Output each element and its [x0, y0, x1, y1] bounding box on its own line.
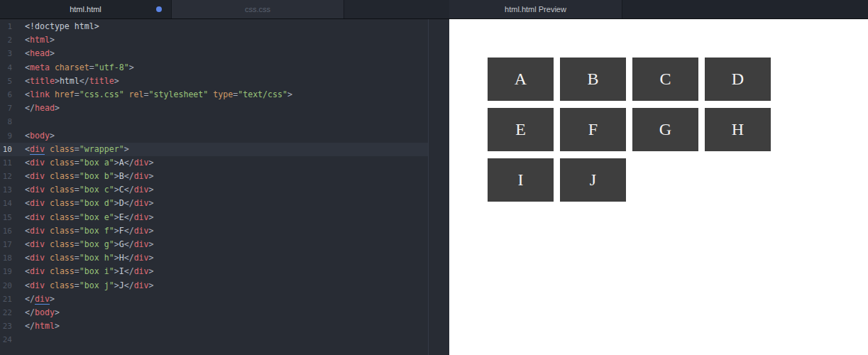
modified-indicator-icon	[156, 6, 162, 12]
tab-html-preview[interactable]: html.html Preview	[449, 0, 622, 18]
line-number: 16	[0, 224, 12, 238]
code-line-22[interactable]: 22</body>	[0, 306, 428, 320]
code-line-15[interactable]: 15<div class="box e">E</div>	[0, 211, 428, 224]
preview-box-a: A	[488, 58, 554, 101]
code-text: <div class="box f">F</div>	[12, 224, 154, 238]
preview-box-d: D	[705, 58, 771, 101]
line-number: 23	[0, 320, 12, 333]
tab-label: css.css	[245, 5, 270, 13]
code-line-1[interactable]: 1<!doctype html>	[0, 20, 428, 33]
code-text: <div class="box a">A</div>	[12, 156, 154, 170]
tab-css-css[interactable]: css.css	[172, 0, 344, 18]
line-number: 2	[0, 33, 12, 47]
code-text: <div class="box i">I</div>	[12, 265, 154, 278]
line-number: 18	[0, 251, 12, 265]
preview-box-e: E	[488, 108, 554, 151]
code-text: <div class="box d">D</div>	[12, 197, 154, 210]
code-line-8[interactable]: 8	[0, 115, 428, 129]
line-number: 11	[0, 156, 12, 170]
line-number: 13	[0, 183, 12, 197]
line-number: 14	[0, 197, 12, 210]
code-line-2[interactable]: 2<html>	[0, 33, 428, 47]
code-text: <link href="css.css" rel="stylesheet" ty…	[12, 88, 292, 102]
code-text: <div class="box h">H</div>	[12, 251, 154, 265]
code-line-23[interactable]: 23</html>	[0, 320, 428, 333]
code-line-9[interactable]: 9<body>	[0, 129, 428, 143]
tab-bar: html.html css.css html.html Preview	[0, 0, 868, 19]
line-number: 19	[0, 265, 12, 278]
code-text	[12, 115, 25, 129]
line-number: 20	[0, 279, 12, 293]
code-line-24[interactable]: 24	[0, 333, 428, 346]
tab-bar-spacer	[344, 0, 449, 18]
code-text: <div class="box j">J</div>	[12, 279, 154, 293]
app-window: html.html css.css html.html Preview 1<!d…	[0, 0, 868, 355]
line-number: 10	[0, 143, 12, 156]
preview-box-h: H	[705, 108, 771, 151]
code-text: <div class="box g">G</div>	[12, 238, 154, 251]
code-lines: 1<!doctype html>2<html>3<head>4<meta cha…	[0, 19, 428, 347]
code-line-13[interactable]: 13<div class="box c">C</div>	[0, 183, 428, 197]
code-text: <meta charset="utf-8">	[12, 61, 134, 75]
code-text	[12, 333, 25, 346]
code-line-11[interactable]: 11<div class="box a">A</div>	[0, 156, 428, 170]
line-number: 7	[0, 102, 12, 115]
code-text: <title>html</title>	[12, 75, 119, 88]
preview-box-j: J	[560, 158, 626, 202]
tab-label: html.html Preview	[505, 5, 566, 13]
code-line-10[interactable]: 10<div class="wrapper">	[0, 143, 428, 156]
code-line-20[interactable]: 20<div class="box j">J</div>	[0, 279, 428, 293]
line-number: 5	[0, 75, 12, 88]
preview-box-g: G	[632, 108, 698, 151]
code-text: <!doctype html>	[12, 20, 99, 33]
line-number: 3	[0, 47, 12, 60]
line-number: 12	[0, 170, 12, 183]
code-line-7[interactable]: 7</head>	[0, 102, 428, 115]
code-line-17[interactable]: 17<div class="box g">G</div>	[0, 238, 428, 251]
code-line-19[interactable]: 19<div class="box i">I</div>	[0, 265, 428, 278]
preview-box-f: F	[560, 108, 626, 151]
code-line-14[interactable]: 14<div class="box d">D</div>	[0, 197, 428, 210]
preview-box-i: I	[488, 158, 554, 202]
line-number: 1	[0, 20, 12, 33]
code-line-5[interactable]: 5<title>html</title>	[0, 75, 428, 88]
line-number: 21	[0, 293, 12, 306]
code-text: <body>	[12, 129, 55, 143]
tab-bar-spacer	[622, 0, 868, 18]
code-text: <head>	[12, 47, 55, 60]
code-text: </body>	[12, 306, 60, 320]
preview-box-c: C	[632, 58, 698, 101]
code-line-3[interactable]: 3<head>	[0, 47, 428, 60]
code-line-6[interactable]: 6<link href="css.css" rel="stylesheet" t…	[0, 88, 428, 102]
editor-scrollbar-track	[428, 19, 429, 355]
line-number: 15	[0, 211, 12, 224]
code-text: </head>	[12, 102, 60, 115]
line-number: 8	[0, 115, 12, 129]
line-number: 6	[0, 88, 12, 102]
line-number: 9	[0, 129, 12, 143]
code-line-4[interactable]: 4<meta charset="utf-8">	[0, 61, 428, 75]
line-number: 22	[0, 306, 12, 320]
code-line-12[interactable]: 12<div class="box b">B</div>	[0, 170, 428, 183]
line-number: 24	[0, 333, 12, 346]
code-text: <div class="box c">C</div>	[12, 183, 154, 197]
live-preview-pane: ABCDEFGHIJ	[449, 19, 868, 355]
code-text: <html>	[12, 33, 55, 47]
code-text: </div>	[12, 293, 55, 306]
preview-box-b: B	[560, 58, 626, 101]
line-number: 4	[0, 61, 12, 75]
code-line-16[interactable]: 16<div class="box f">F</div>	[0, 224, 428, 238]
tab-label: html.html	[70, 5, 101, 13]
code-text: <div class="wrapper">	[12, 143, 129, 156]
code-text: </html>	[12, 320, 60, 333]
code-line-18[interactable]: 18<div class="box h">H</div>	[0, 251, 428, 265]
code-text: <div class="box b">B</div>	[12, 170, 154, 183]
code-editor[interactable]: 1<!doctype html>2<html>3<head>4<meta cha…	[0, 19, 449, 355]
preview-wrapper: ABCDEFGHIJ	[488, 58, 780, 209]
code-line-21[interactable]: 21</div>	[0, 293, 428, 306]
tab-html-html[interactable]: html.html	[0, 0, 172, 18]
line-number: 17	[0, 238, 12, 251]
code-text: <div class="box e">E</div>	[12, 211, 154, 224]
